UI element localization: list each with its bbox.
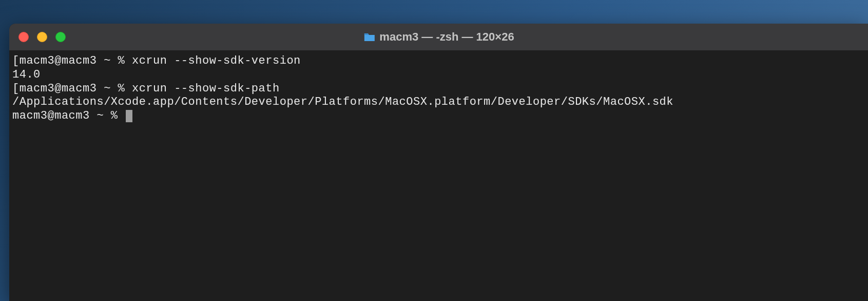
window-title-text: macm3 — -zsh — 120×26 <box>379 30 514 44</box>
window-controls <box>18 32 66 42</box>
folder-icon <box>363 32 375 42</box>
minimize-button[interactable] <box>37 32 47 42</box>
window-title: macm3 — -zsh — 120×26 <box>363 30 514 44</box>
terminal-prompt: macm3@macm3 ~ % <box>12 109 125 122</box>
terminal-line: [macm3@macm3 ~ % xcrun --show-sdk-path <box>12 82 865 96</box>
close-button[interactable] <box>18 32 29 42</box>
cursor-icon <box>126 110 132 122</box>
terminal-line: [macm3@macm3 ~ % xcrun --show-sdk-versio… <box>12 54 865 68</box>
terminal-content[interactable]: [macm3@macm3 ~ % xcrun --show-sdk-versio… <box>9 50 868 127</box>
window-titlebar[interactable]: macm3 — -zsh — 120×26 <box>9 24 868 50</box>
terminal-line: /Applications/Xcode.app/Contents/Develop… <box>12 96 865 109</box>
terminal-prompt-line: macm3@macm3 ~ % <box>12 109 865 123</box>
terminal-window: macm3 — -zsh — 120×26 [macm3@macm3 ~ % x… <box>9 24 868 301</box>
terminal-line: 14.0 <box>12 68 865 82</box>
maximize-button[interactable] <box>55 32 66 42</box>
